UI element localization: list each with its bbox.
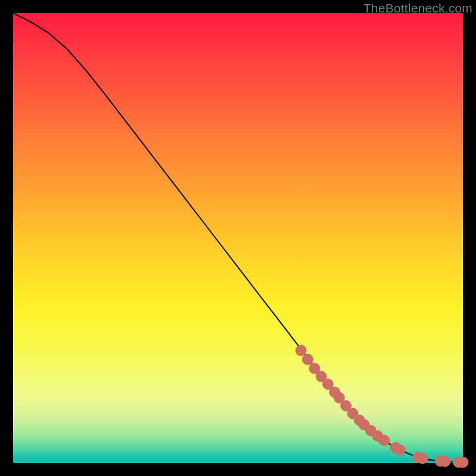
chart-svg bbox=[13, 13, 463, 463]
data-marker bbox=[379, 435, 390, 446]
data-marker bbox=[296, 345, 306, 356]
bottleneck-curve bbox=[13, 13, 463, 462]
plot-area bbox=[13, 13, 463, 463]
data-marker bbox=[458, 457, 468, 468]
data-marker bbox=[302, 354, 313, 365]
data-marker bbox=[394, 444, 405, 455]
marker-group bbox=[296, 345, 468, 468]
data-marker bbox=[440, 456, 450, 466]
watermark-text: TheBottleneck.com bbox=[364, 1, 472, 15]
data-marker bbox=[417, 453, 428, 464]
chart-stage: TheBottleneck.com bbox=[0, 0, 476, 476]
